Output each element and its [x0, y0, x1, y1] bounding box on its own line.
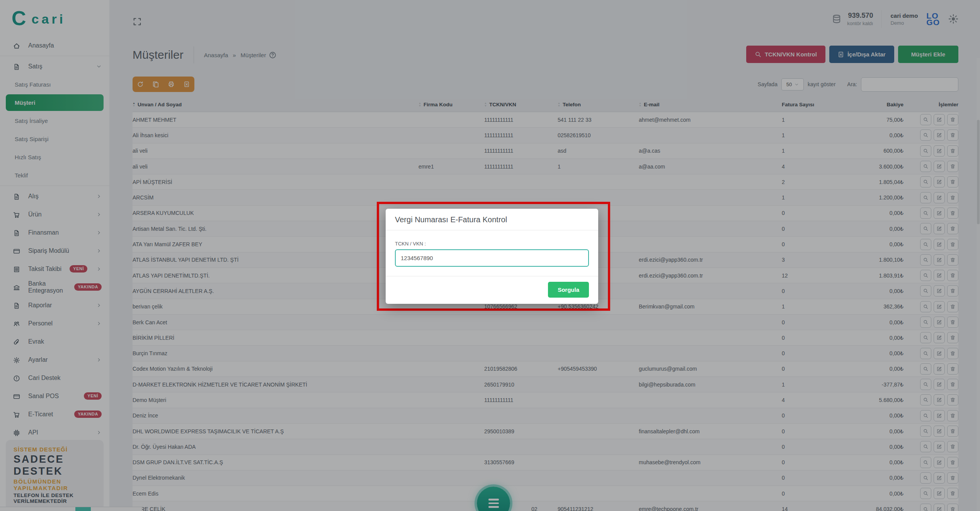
tax-number-check-modal: Vergi Numarası E-Fatura Kontrol TCKN / V… [386, 209, 598, 304]
annotation-highlight-box: Vergi Numarası E-Fatura Kontrol TCKN / V… [377, 202, 610, 311]
query-button[interactable]: Sorgula [548, 282, 589, 298]
modal-title: Vergi Numarası E-Fatura Kontrol [386, 209, 598, 230]
tckn-vkn-input[interactable] [395, 249, 589, 267]
tckn-vkn-field-label: TCKN / VKN : [395, 241, 589, 247]
